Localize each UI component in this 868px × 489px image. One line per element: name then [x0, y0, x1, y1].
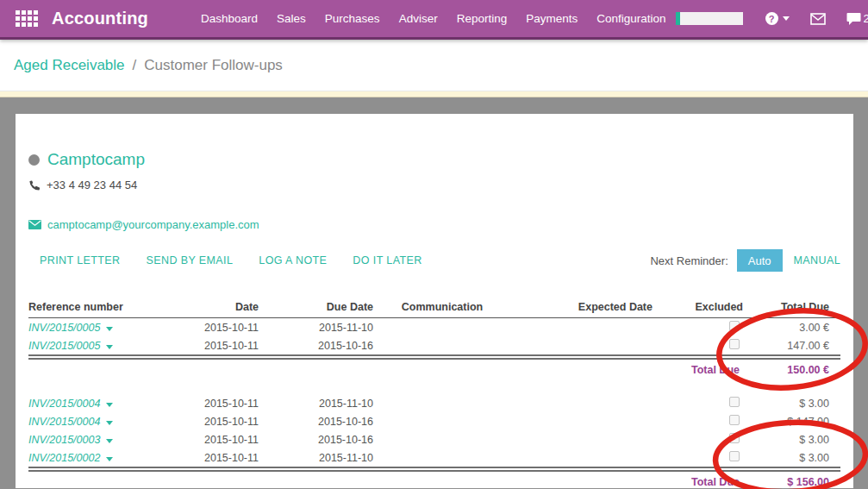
do-it-later-button[interactable]: DO IT LATER	[353, 254, 422, 266]
excluded-checkbox[interactable]	[729, 321, 740, 331]
envelope-icon	[810, 13, 826, 25]
excluded-checkbox[interactable]	[729, 339, 740, 349]
reminder-auto-button[interactable]: Auto	[737, 249, 783, 272]
total-due-label: Total Due	[653, 469, 743, 489]
total-due-amount: $ 156.00	[743, 469, 840, 489]
breadcrumb: Aged Receivable / Customer Follow-ups	[0, 40, 868, 91]
customer-phone-row: +33 4 49 23 44 54	[28, 179, 840, 191]
breadcrumb-parent-link[interactable]: Aged Receivable	[14, 57, 125, 74]
top-navbar: Accounting Dashboard Sales Purchases Adv…	[0, 0, 868, 40]
invoice-due-date: 2015-10-16	[259, 336, 373, 357]
invoice-ref-link[interactable]: INV/2015/0005	[28, 322, 100, 334]
invoice-due-date: 2015-11-10	[259, 394, 373, 412]
invoice-total-due: $ 3.00	[743, 430, 840, 448]
invoice-due-date: 2015-10-16	[259, 430, 373, 448]
menu-configuration[interactable]: Configuration	[587, 7, 675, 30]
total-due-amount: 150.00 €	[743, 357, 840, 380]
invoice-communication	[373, 448, 511, 469]
header-reference: Reference number	[28, 298, 175, 318]
mail-icon	[28, 220, 41, 229]
phone-icon	[28, 179, 41, 191]
menu-reporting[interactable]: Reporting	[447, 7, 517, 30]
chevron-down-icon[interactable]	[106, 439, 113, 443]
chevron-down-icon[interactable]	[106, 327, 113, 331]
send-by-email-button[interactable]: SEND BY EMAIL	[146, 254, 233, 266]
invoice-ref-link[interactable]: INV/2015/0002	[28, 452, 100, 464]
messages-button[interactable]	[810, 13, 826, 25]
group-total-row: Total Due 150.00 €	[28, 357, 840, 380]
invoice-expected-date	[511, 394, 653, 412]
chevron-down-icon[interactable]	[106, 457, 113, 461]
invoice-due-date: 2015-10-16	[259, 412, 373, 430]
invoice-ref-link[interactable]: INV/2015/0005	[28, 340, 100, 352]
invoice-ref-link[interactable]: INV/2015/0004	[28, 416, 100, 428]
invoice-total-due: $ 147.00	[743, 412, 840, 430]
customer-heading: Camptocamp	[28, 114, 840, 169]
menu-adviser[interactable]: Adviser	[390, 7, 447, 30]
invoice-date: 2015-10-11	[175, 412, 259, 430]
invoice-expected-date	[511, 448, 653, 469]
timer-bar[interactable]	[676, 12, 743, 25]
notice-strip	[0, 91, 868, 97]
invoice-row: INV/2015/0003 2015-10-11 2015-10-16 $ 3.…	[28, 430, 840, 448]
excluded-checkbox[interactable]	[729, 451, 740, 461]
invoice-communication	[373, 430, 511, 448]
chat-button[interactable]: 21	[846, 12, 868, 26]
invoice-date: 2015-10-11	[175, 430, 259, 448]
invoice-row: INV/2015/0004 2015-10-11 2015-11-10 $ 3.…	[28, 394, 840, 412]
invoice-communication	[373, 318, 511, 337]
invoice-date: 2015-10-11	[175, 394, 259, 412]
invoice-expected-date	[511, 318, 653, 337]
help-menu[interactable]: ?	[765, 12, 790, 25]
main-menu: Dashboard Sales Purchases Adviser Report…	[191, 7, 676, 30]
header-total-due: Total Due	[743, 298, 840, 318]
header-excluded: Excluded	[653, 298, 743, 318]
invoice-expected-date	[511, 412, 653, 430]
chevron-down-icon[interactable]	[106, 345, 113, 349]
invoice-expected-date	[511, 336, 653, 357]
chevron-down-icon	[783, 16, 790, 21]
customer-name[interactable]: Camptocamp	[47, 150, 145, 169]
invoice-communication	[373, 336, 511, 357]
breadcrumb-current: Customer Follow-ups	[144, 57, 283, 74]
menu-purchases[interactable]: Purchases	[315, 7, 390, 30]
log-a-note-button[interactable]: LOG A NOTE	[259, 254, 327, 266]
followup-table: Reference number Date Due Date Communica…	[28, 298, 840, 489]
invoice-due-date: 2015-11-10	[259, 318, 373, 337]
invoice-due-date: 2015-11-10	[259, 448, 373, 469]
header-expected-date: Expected Date	[511, 298, 653, 318]
breadcrumb-separator: /	[133, 57, 137, 74]
reminder-manual-button[interactable]: MANUAL	[794, 254, 841, 266]
invoice-date: 2015-10-11	[175, 448, 259, 469]
print-letter-button[interactable]: PRINT LETTER	[40, 254, 120, 266]
menu-payments[interactable]: Payments	[516, 7, 587, 30]
actions-row: PRINT LETTER SEND BY EMAIL LOG A NOTE DO…	[28, 249, 840, 272]
table-header-row: Reference number Date Due Date Communica…	[28, 298, 840, 318]
invoice-row: INV/2015/0005 2015-10-11 2015-11-10 3.00…	[28, 318, 840, 337]
invoice-total-due: 147.00 €	[743, 336, 840, 357]
invoice-total-due: $ 3.00	[743, 394, 840, 412]
header-date: Date	[175, 298, 259, 318]
invoice-ref-link[interactable]: INV/2015/0004	[28, 398, 100, 410]
excluded-checkbox[interactable]	[729, 433, 740, 443]
invoice-ref-link[interactable]: INV/2015/0003	[28, 434, 100, 446]
invoice-row: INV/2015/0005 2015-10-11 2015-10-16 147.…	[28, 336, 840, 357]
status-dot-icon[interactable]	[28, 154, 40, 166]
systray: ? 21	[676, 12, 868, 26]
excluded-checkbox[interactable]	[729, 415, 740, 425]
customer-email-link[interactable]: camptocamp@yourcompany.example.com	[47, 218, 259, 231]
menu-sales[interactable]: Sales	[267, 7, 315, 30]
page-background: Camptocamp +33 4 49 23 44 54 camptocamp@…	[0, 97, 868, 488]
invoice-row: INV/2015/0002 2015-10-11 2015-11-10 $ 3.…	[28, 448, 840, 469]
excluded-checkbox[interactable]	[729, 397, 740, 407]
customer-email-row: camptocamp@yourcompany.example.com	[28, 218, 840, 231]
speech-bubble-icon	[846, 12, 861, 26]
header-due-date: Due Date	[259, 298, 373, 318]
chevron-down-icon[interactable]	[106, 403, 113, 407]
chevron-down-icon[interactable]	[106, 421, 113, 425]
menu-dashboard[interactable]: Dashboard	[191, 7, 267, 30]
apps-grid-icon[interactable]	[16, 10, 38, 27]
next-reminder-label: Next Reminder:	[650, 254, 727, 267]
invoice-date: 2015-10-11	[175, 318, 259, 337]
invoice-expected-date	[511, 430, 653, 448]
